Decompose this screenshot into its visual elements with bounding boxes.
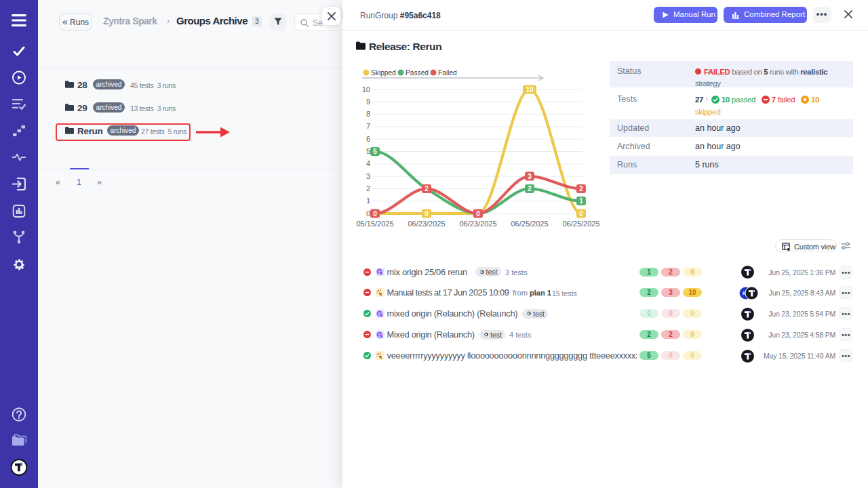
svg-text:8: 8 <box>366 110 370 118</box>
svg-text:0: 0 <box>373 210 377 218</box>
svg-text:05/15/2025: 05/15/2025 <box>356 220 393 228</box>
svg-text:1: 1 <box>366 197 370 205</box>
svg-text:2: 2 <box>425 185 429 192</box>
svg-text:06/25/2025: 06/25/2025 <box>511 220 548 228</box>
svg-text:6: 6 <box>366 135 370 143</box>
svg-text:Passed: Passed <box>406 69 429 77</box>
svg-text:0: 0 <box>366 209 370 218</box>
svg-text:Skipped: Skipped <box>371 69 396 77</box>
svg-text:Failed: Failed <box>438 69 457 77</box>
svg-text:06/25/2025: 06/25/2025 <box>562 220 599 228</box>
svg-text:2: 2 <box>579 185 583 192</box>
svg-text:5: 5 <box>366 147 370 155</box>
svg-text:5: 5 <box>373 148 377 155</box>
svg-text:1: 1 <box>579 197 583 205</box>
svg-text:2: 2 <box>366 184 370 192</box>
svg-text:06/23/2025: 06/23/2025 <box>408 220 445 228</box>
svg-text:3: 3 <box>366 172 370 180</box>
svg-text:0: 0 <box>425 210 429 218</box>
svg-text:4: 4 <box>366 159 370 167</box>
svg-text:10: 10 <box>526 86 534 94</box>
svg-text:7: 7 <box>366 122 370 130</box>
svg-text:06/23/2025: 06/23/2025 <box>459 220 496 228</box>
svg-text:0: 0 <box>579 210 583 218</box>
svg-text:3: 3 <box>528 173 532 180</box>
svg-text:9: 9 <box>366 98 370 106</box>
svg-text:2: 2 <box>528 185 532 192</box>
svg-text:10: 10 <box>362 85 370 94</box>
svg-text:0: 0 <box>476 210 480 218</box>
